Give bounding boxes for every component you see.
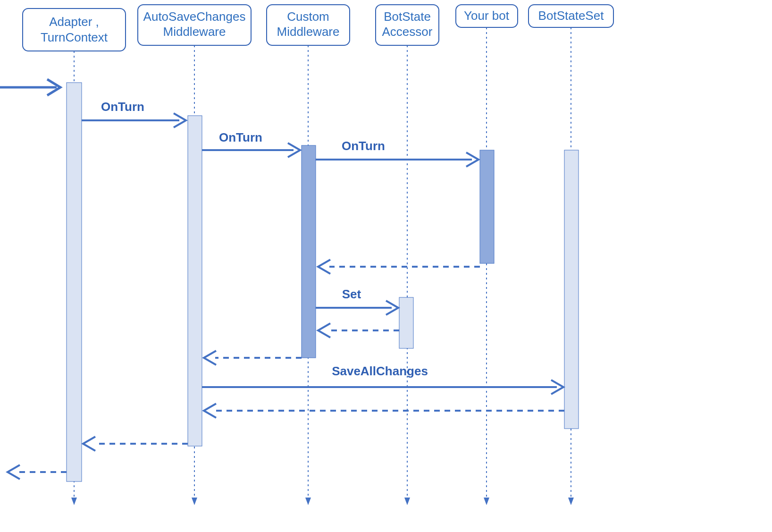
participant-accessor: BotState Accessor — [376, 5, 439, 45]
participant-stateset: BotStateSet — [529, 5, 613, 27]
return-custom-autosave-head — [204, 351, 216, 365]
lifeline-adapter-arrow — [71, 498, 77, 505]
exit-arrow-head — [8, 465, 20, 479]
msg-onturn2-label: OnTurn — [219, 130, 262, 144]
participant-yourbot-line1: Your bot — [464, 8, 510, 23]
participant-accessor-line2: Accessor — [382, 25, 433, 39]
activation-stateset — [564, 150, 579, 429]
msg-onturn1-label: OnTurn — [101, 100, 144, 114]
msg-saveall-label: SaveAllChanges — [332, 364, 428, 378]
participant-accessor-line1: BotState — [384, 9, 431, 24]
participant-adapter-line2: TurnContext — [41, 30, 108, 44]
return-accessor-custom-head — [318, 323, 330, 338]
sequence-diagram: Adapter , TurnContext AutoSaveChanges Mi… — [0, 0, 772, 532]
participant-custom-line1: Custom — [287, 9, 329, 24]
activation-accessor — [399, 297, 413, 348]
lifeline-yourbot-arrow — [484, 498, 489, 505]
participant-custom: Custom Middleware — [267, 5, 350, 45]
participant-adapter-line1: Adapter , — [49, 15, 99, 29]
lifeline-autosave-arrow — [192, 498, 197, 505]
msg-set-label: Set — [342, 287, 361, 301]
participant-autosave-line1: AutoSaveChanges — [143, 9, 246, 24]
participant-custom-line2: Middleware — [277, 25, 340, 39]
return-yourbot-custom-head — [318, 260, 330, 274]
activation-yourbot — [480, 150, 494, 263]
activation-adapter — [67, 83, 82, 481]
participant-autosave-line2: Middleware — [163, 25, 226, 39]
activation-custom — [302, 145, 316, 358]
participant-yourbot: Your bot — [456, 5, 518, 27]
participant-autosave: AutoSaveChanges Middleware — [138, 5, 251, 45]
participant-adapter: Adapter , TurnContext — [23, 8, 126, 51]
lifeline-accessor-arrow — [404, 498, 410, 505]
activation-autosave — [188, 116, 202, 446]
return-autosave-adapter-head — [83, 437, 95, 451]
lifeline-stateset-arrow — [568, 498, 574, 505]
return-stateset-autosave-head — [204, 404, 216, 418]
msg-onturn3-label: OnTurn — [342, 139, 385, 153]
participant-stateset-line1: BotStateSet — [538, 8, 604, 23]
lifeline-custom-arrow — [305, 498, 311, 505]
